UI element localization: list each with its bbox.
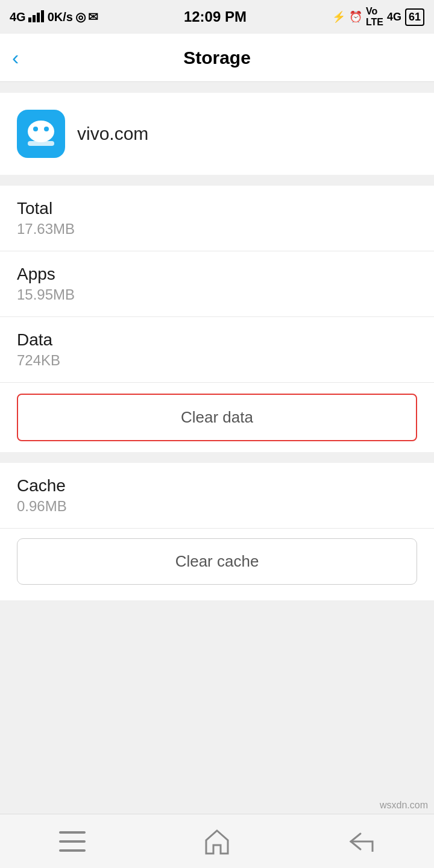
app-info-section: vivo.com: [0, 93, 434, 175]
svg-rect-3: [41, 10, 44, 22]
bottom-nav: [0, 814, 434, 868]
app-name: vivo.com: [77, 124, 148, 144]
lte-icon: 4G: [387, 11, 401, 24]
email-icon: ✉: [88, 10, 98, 24]
storage-apps: Apps 15.95MB: [0, 251, 434, 317]
clear-data-button[interactable]: Clear data: [17, 394, 417, 441]
status-left: 4G 0K/s ◎ ✉: [10, 9, 98, 25]
back-nav-button[interactable]: [344, 823, 380, 860]
svg-rect-9: [59, 840, 86, 843]
home-button[interactable]: [199, 823, 235, 860]
status-time: 12:09 PM: [184, 8, 247, 25]
svg-point-5: [33, 127, 38, 131]
top-nav: ‹ Storage: [0, 34, 434, 82]
back-button[interactable]: ‹: [12, 46, 19, 69]
storage-total: Total 17.63MB: [0, 186, 434, 251]
clear-cache-button[interactable]: Clear cache: [17, 538, 417, 585]
section-divider: [0, 452, 434, 463]
svg-rect-1: [33, 15, 36, 22]
volte-icon: VoLTE: [366, 6, 383, 28]
svg-rect-7: [28, 141, 54, 146]
battery-indicator: 61: [405, 8, 424, 26]
svg-point-6: [44, 127, 49, 131]
do-not-disturb-icon: ◎: [75, 10, 86, 24]
svg-rect-0: [28, 17, 31, 22]
speed: 0K/s: [48, 10, 73, 24]
page-title: Storage: [183, 48, 251, 68]
cache-info: Cache 0.96MB: [0, 463, 434, 529]
bottom-spacer: [0, 600, 434, 814]
app-icon: [17, 110, 65, 158]
status-right: ⚡ ⏰ VoLTE 4G 61: [332, 6, 424, 28]
menu-button[interactable]: [54, 823, 90, 860]
signal-bars: [28, 9, 45, 25]
svg-rect-8: [59, 831, 86, 834]
watermark: wsxdn.com: [380, 800, 428, 811]
network-signal: 4G: [10, 10, 26, 24]
status-bar: 4G 0K/s ◎ ✉ 12:09 PM ⚡ ⏰ VoLTE 4G 61: [0, 0, 434, 34]
storage-section: Total 17.63MB Apps 15.95MB Data 724KB Cl…: [0, 186, 434, 452]
svg-rect-10: [59, 849, 86, 852]
storage-data: Data 724KB: [0, 317, 434, 383]
cache-section: Cache 0.96MB Clear cache: [0, 463, 434, 600]
svg-rect-2: [37, 13, 40, 22]
bluetooth-icon: ⚡: [332, 10, 345, 24]
alarm-icon: ⏰: [349, 10, 362, 24]
